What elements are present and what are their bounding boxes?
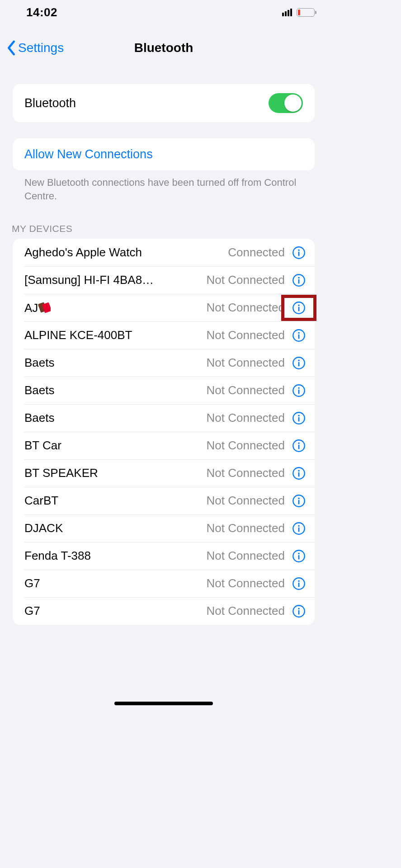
device-status: Not Connected (207, 521, 285, 535)
device-status: Not Connected (207, 604, 285, 618)
svg-point-4 (298, 277, 300, 278)
bluetooth-toggle-label: Bluetooth (24, 96, 76, 110)
device-row[interactable]: DJACKNot Connected (13, 514, 315, 542)
device-info-button[interactable] (291, 273, 307, 288)
status-indicators (282, 8, 315, 17)
device-info-button[interactable] (291, 466, 307, 481)
device-status: Not Connected (207, 494, 285, 508)
info-icon (292, 329, 306, 342)
status-bar: 14:02 (0, 0, 327, 24)
device-status: Not Connected (207, 466, 285, 480)
svg-rect-8 (298, 307, 300, 311)
info-icon (292, 274, 306, 287)
device-row[interactable]: Fenda T-388Not Connected (13, 542, 315, 570)
device-name: CarBT (24, 494, 58, 508)
device-name: BT Car (24, 439, 61, 453)
svg-rect-2 (298, 251, 300, 256)
svg-rect-14 (298, 362, 300, 366)
svg-rect-17 (298, 389, 300, 394)
device-info-button[interactable] (291, 300, 307, 316)
svg-point-13 (298, 359, 300, 361)
device-info-button[interactable] (291, 604, 307, 619)
device-row[interactable]: AJNot Connected (13, 294, 315, 321)
device-name: Baets (24, 356, 55, 370)
device-row[interactable]: Aghedo's Apple WatchConnected (13, 239, 315, 266)
device-row[interactable]: ALPINE KCE-400BTNot Connected (13, 321, 315, 349)
device-status: Not Connected (207, 383, 285, 397)
device-info-button[interactable] (291, 521, 307, 536)
back-button[interactable]: Settings (6, 35, 64, 61)
bluetooth-toggle-card: Bluetooth (13, 84, 315, 122)
svg-rect-11 (298, 334, 300, 339)
device-status: Connected (228, 245, 285, 259)
device-name: Aghedo's Apple Watch (24, 245, 142, 259)
info-icon (292, 467, 306, 480)
device-info-button[interactable] (291, 410, 307, 426)
svg-point-40 (298, 608, 300, 609)
device-status: Not Connected (207, 549, 285, 563)
svg-rect-20 (298, 417, 300, 421)
device-row[interactable]: [Samsung] HI-FI 4BA8…Not Connected (13, 266, 315, 294)
device-row[interactable]: CarBTNot Connected (13, 487, 315, 514)
device-info-button[interactable] (291, 493, 307, 509)
device-row[interactable]: BT SPEAKERNot Connected (13, 459, 315, 487)
allow-connections-card: Allow New Connections (13, 138, 315, 170)
device-row[interactable]: G7Not Connected (13, 597, 315, 625)
device-status: Not Connected (207, 356, 285, 370)
device-info-button[interactable] (291, 548, 307, 564)
info-icon (292, 549, 306, 563)
bluetooth-switch[interactable] (269, 93, 303, 113)
device-status: Not Connected (207, 439, 285, 453)
home-indicator[interactable] (114, 702, 213, 705)
svg-point-22 (298, 442, 300, 444)
device-name: Baets (24, 411, 55, 425)
cellular-signal-icon (282, 9, 292, 16)
info-icon (292, 356, 306, 370)
device-info-button[interactable] (291, 383, 307, 398)
device-list: Aghedo's Apple WatchConnected[Samsung] H… (13, 239, 315, 625)
device-info-button[interactable] (291, 355, 307, 371)
device-status: Not Connected (207, 328, 285, 342)
back-label: Settings (18, 41, 64, 55)
device-name: BT SPEAKER (24, 466, 98, 480)
allow-connections-footer: New Bluetooth connections have been turn… (13, 170, 315, 203)
device-info-button[interactable] (291, 245, 307, 260)
device-row[interactable]: BaetsNot Connected (13, 377, 315, 404)
allow-connections-button[interactable]: Allow New Connections (13, 138, 315, 170)
svg-point-34 (298, 552, 300, 554)
device-status: Not Connected (207, 301, 285, 315)
svg-rect-38 (298, 582, 300, 587)
device-name: AJ (24, 300, 51, 315)
device-info-button[interactable] (291, 576, 307, 591)
svg-point-10 (298, 332, 300, 334)
svg-point-16 (298, 387, 300, 389)
svg-point-31 (298, 525, 300, 527)
page-title: Bluetooth (134, 41, 193, 55)
device-row[interactable]: G7Not Connected (13, 570, 315, 597)
device-name: DJACK (24, 521, 63, 535)
battery-icon (297, 8, 315, 17)
device-name: G7 (24, 576, 40, 590)
svg-rect-29 (298, 500, 300, 504)
svg-point-7 (298, 304, 300, 306)
device-info-button[interactable] (291, 438, 307, 453)
device-row[interactable]: BT CarNot Connected (13, 432, 315, 459)
info-icon (292, 411, 306, 425)
battery-level-low (298, 9, 300, 15)
device-row[interactable]: BaetsNot Connected (13, 404, 315, 432)
svg-rect-35 (298, 555, 300, 559)
device-name: Baets (24, 383, 55, 397)
svg-rect-23 (298, 444, 300, 449)
device-name: G7 (24, 604, 40, 618)
device-status: Not Connected (207, 273, 285, 287)
device-row[interactable]: BaetsNot Connected (13, 349, 315, 377)
svg-rect-5 (298, 279, 300, 283)
device-info-button[interactable] (291, 328, 307, 343)
device-status: Not Connected (207, 576, 285, 590)
info-icon (292, 384, 306, 397)
info-icon (292, 246, 306, 259)
device-name: ALPINE KCE-400BT (24, 328, 132, 342)
chevron-left-icon (6, 40, 16, 56)
device-status: Not Connected (207, 411, 285, 425)
info-icon (292, 301, 306, 315)
